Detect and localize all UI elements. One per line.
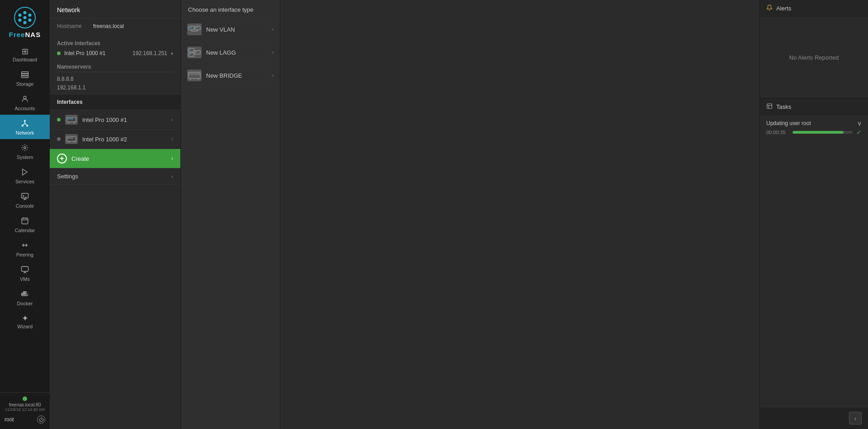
interface-1-name: Intel Pro 1000 #1: [82, 117, 167, 123]
sidebar-item-label: Network: [16, 131, 34, 135]
create-plus-icon: +: [57, 154, 67, 163]
svg-rect-35: [67, 137, 76, 141]
sidebar-item-label: System: [17, 155, 33, 160]
logo-area: FreeNAS: [0, 0, 50, 43]
sidebar-item-label: Dashboard: [13, 57, 37, 62]
network-icon: [21, 119, 29, 129]
create-interface-button[interactable]: + Create ›: [50, 149, 180, 168]
interface-2-name: Intel Pro 1000 #2: [82, 136, 167, 143]
svg-rect-27: [23, 292, 24, 293]
interface-type-header: Choose an interface type: [181, 0, 280, 18]
hostname-value: freenas.local: [93, 23, 124, 29]
sidebar-item-peering[interactable]: Peering: [0, 237, 50, 261]
sidebar-item-accounts[interactable]: Accounts: [0, 90, 50, 115]
power-button[interactable]: ⏻: [37, 415, 45, 424]
settings-chevron-icon: ›: [171, 173, 173, 180]
task-complete-icon: ✓: [856, 129, 862, 136]
new-bridge-item[interactable]: New BRIDGE ›: [181, 64, 280, 87]
lagg-chevron-icon: ›: [272, 49, 274, 56]
sidebar-item-vms[interactable]: VMs: [0, 261, 50, 285]
task-item-1: Updating user root ∨ 00:00:35 ✓: [760, 115, 868, 139]
no-alerts-text: No Alerts Reported: [760, 17, 868, 98]
nav-items: ⊞ Dashboard Storage Accounts Network: [0, 43, 50, 392]
svg-rect-8: [22, 72, 28, 74]
wizard-icon: ✦: [22, 314, 28, 322]
sidebar-item-services[interactable]: Services: [0, 163, 50, 188]
bell-svg: [766, 5, 773, 11]
sidebar-footer: freenas.local:80 11/28/16 12:14:40 AM ro…: [0, 392, 50, 429]
alerts-title: Alerts: [776, 5, 791, 12]
interface-2-status-dot: [57, 137, 61, 141]
accounts-icon: [21, 95, 29, 104]
svg-point-6: [19, 19, 22, 22]
new-vlan-item[interactable]: New VLAN ›: [181, 18, 280, 41]
alerts-section: Alerts No Alerts Reported: [760, 0, 868, 98]
interface-1-chevron-icon: ›: [171, 117, 173, 123]
svg-point-5: [28, 14, 32, 17]
svg-rect-65: [767, 104, 772, 109]
bridge-icon: [187, 70, 202, 81]
sidebar-item-console[interactable]: Console: [0, 188, 50, 212]
center-content-area: [280, 0, 760, 429]
svg-rect-53: [189, 49, 190, 50]
task-expand-icon[interactable]: ∨: [857, 120, 862, 127]
sidebar: FreeNAS ⊞ Dashboard Storage Accounts: [0, 0, 50, 429]
sidebar-item-label: Docker: [17, 301, 33, 306]
sidebar-item-system[interactable]: System: [0, 139, 50, 163]
svg-rect-60: [192, 73, 194, 75]
sidebar-item-docker[interactable]: Docker: [0, 285, 50, 310]
vlan-svg: [188, 24, 201, 34]
tasks-header: Tasks: [760, 98, 868, 115]
sidebar-item-dashboard[interactable]: ⊞ Dashboard: [0, 43, 50, 66]
dropdown-arrow-icon[interactable]: ▾: [171, 51, 173, 56]
progress-bar-fill: [793, 131, 844, 134]
logo-free: Free: [9, 31, 25, 38]
svg-point-11: [24, 96, 26, 99]
svg-rect-24: [22, 294, 23, 295]
svg-point-3: [24, 21, 27, 24]
sidebar-item-wizard[interactable]: ✦ Wizard: [0, 310, 50, 333]
new-lagg-item[interactable]: New LAGG ›: [181, 41, 280, 64]
bridge-chevron-icon: ›: [272, 72, 274, 79]
footer-user-row: root ⏻: [0, 414, 50, 425]
interface-type-panel: Choose an interface type New VLAN ›: [181, 0, 280, 429]
svg-rect-29: [67, 117, 76, 122]
svg-rect-43: [189, 27, 190, 28]
sidebar-item-calendar[interactable]: Calendar: [0, 212, 50, 237]
docker-icon: [21, 290, 29, 299]
network-panel: Network Hostname freenas.local Active In…: [50, 0, 181, 429]
nic-svg-1: [66, 116, 76, 123]
svg-rect-51: [189, 53, 194, 56]
svg-point-2: [24, 16, 27, 19]
vms-icon: [21, 266, 29, 275]
right-panel: Alerts No Alerts Reported Tasks Updating…: [760, 0, 868, 429]
svg-point-14: [27, 125, 28, 126]
sidebar-item-storage[interactable]: Storage: [0, 66, 50, 90]
create-label: Create: [71, 155, 167, 162]
footer-hostname: freenas.local:80: [9, 402, 41, 407]
sidebar-item-network[interactable]: Network: [0, 115, 50, 139]
right-panel-footer: ›: [760, 407, 868, 429]
sidebar-item-label: Accounts: [14, 106, 35, 111]
new-lagg-label: New LAGG: [206, 49, 267, 56]
active-interface-name: Intel Pro 1000 #1: [64, 50, 129, 56]
tasks-title: Tasks: [776, 103, 791, 110]
svg-rect-45: [196, 27, 197, 28]
svg-rect-55: [196, 51, 197, 52]
network-panel-header: Network: [50, 0, 180, 19]
dashboard-icon: ⊞: [22, 47, 28, 56]
sidebar-item-label: Console: [16, 204, 34, 209]
hostname-label: Hostname: [57, 23, 93, 29]
settings-label: Settings: [57, 173, 167, 180]
interface-item-1[interactable]: Intel Pro 1000 #1 ›: [50, 110, 180, 130]
create-chevron-icon: ›: [171, 155, 173, 162]
svg-rect-54: [189, 54, 190, 55]
interface-item-2[interactable]: Intel Pro 1000 #2 ›: [50, 130, 180, 149]
settings-item[interactable]: Settings ›: [50, 168, 180, 185]
next-button[interactable]: ›: [849, 412, 862, 424]
nameserver-2: 192.168.1.1: [57, 84, 173, 92]
lagg-icon: [187, 47, 202, 58]
svg-rect-44: [191, 27, 192, 28]
logo-nas: NAS: [25, 31, 41, 38]
nic-icon-1: [65, 115, 78, 125]
